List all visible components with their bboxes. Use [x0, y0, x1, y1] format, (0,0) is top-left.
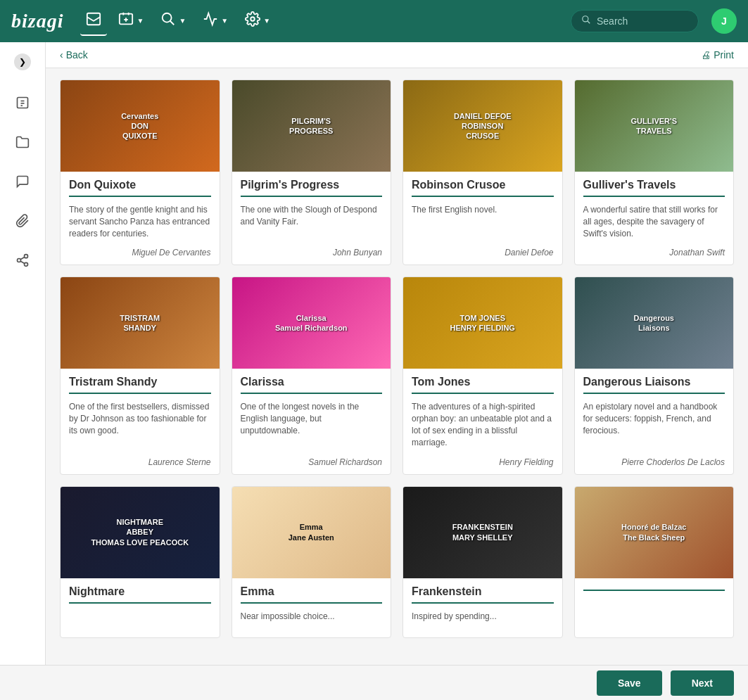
search-box[interactable] [571, 10, 699, 32]
book-description: Near impossible choice... [241, 611, 383, 623]
cover-text: GULLIVER'S TRAVELS [625, 110, 683, 142]
svg-point-8 [251, 17, 255, 21]
cover-text: NIGHTMARE ABBEY THOMAS LOVE PEACOCK [85, 511, 194, 553]
book-description: The adventures of a high-spirited orphan… [412, 401, 554, 448]
chart-icon [203, 11, 218, 30]
book-title: Emma [241, 585, 383, 604]
chevron-right-icon: ❯ [19, 57, 26, 67]
reports-chevron-icon: ▼ [221, 17, 228, 25]
book-card[interactable]: FRANKENSTEIN MARY SHELLEYFrankensteinIns… [402, 486, 563, 639]
book-description [69, 611, 211, 623]
reports-button[interactable]: ▼ [197, 7, 234, 36]
save-button[interactable]: Save [597, 670, 662, 696]
inbox-button[interactable] [80, 7, 107, 36]
book-title: Dangerous Liaisons [583, 376, 725, 394]
gear-icon [245, 11, 260, 30]
cover-text: TRISTRAM SHANDY [114, 307, 165, 339]
search-nav-icon [160, 11, 176, 30]
bottom-bar: Save Next [0, 665, 748, 700]
inbox-icon [86, 11, 101, 30]
book-card[interactable]: GULLIVER'S TRAVELSGulliver's TravelsA wo… [574, 79, 735, 265]
book-author: John Bunyan [241, 248, 383, 257]
book-title: Nightmare [69, 585, 211, 604]
settings-chevron-icon: ▼ [263, 17, 270, 25]
print-link[interactable]: 🖨 Print [701, 49, 734, 61]
print-label: Print [714, 49, 734, 61]
printer-icon: 🖨 [701, 49, 711, 61]
search-icon [581, 15, 591, 27]
search-input[interactable] [597, 15, 688, 27]
book-cover: TOM JONES HENRY FIELDING [403, 277, 562, 369]
book-title: Robinson Crusoe [412, 179, 554, 197]
book-author: Pierre Choderlos De Laclos [583, 457, 725, 467]
book-description: One of the first bestsellers, dismissed … [69, 401, 211, 448]
book-card[interactable]: Clarissa Samuel RichardsonClarissaOne of… [232, 276, 392, 474]
sidebar-item-chat[interactable] [10, 169, 35, 194]
search-nav-button[interactable]: ▼ [155, 7, 191, 36]
book-title: Frankenstein [412, 585, 554, 604]
book-cover: Honoré de Balzac The Black Sheep [575, 487, 734, 578]
search-chevron-icon: ▼ [179, 17, 186, 25]
cover-text: FRANKENSTEIN MARY SHELLEY [447, 516, 519, 548]
svg-line-18 [20, 261, 25, 263]
sidebar-expand-button[interactable]: ❯ [14, 53, 31, 70]
cover-text: Cervantes DON QUIXOTE [115, 106, 164, 147]
book-info: Gulliver's TravelsA wonderful satire tha… [575, 172, 734, 265]
new-chevron-icon: ▼ [137, 17, 144, 25]
book-info: Don QuixoteThe story of the gentle knigh… [61, 172, 220, 265]
book-title [583, 585, 725, 591]
book-card[interactable]: TOM JONES HENRY FIELDINGTom JonesThe adv… [402, 276, 563, 474]
cover-text: DANIEL DEFOE ROBINSON CRUSOE [448, 106, 517, 147]
book-description: An epistolary novel and a handbook for s… [583, 401, 725, 448]
book-cover: NIGHTMARE ABBEY THOMAS LOVE PEACOCK [61, 487, 220, 578]
book-card[interactable]: Cervantes DON QUIXOTEDon QuixoteThe stor… [60, 79, 220, 265]
next-button[interactable]: Next [671, 670, 734, 696]
book-author: Laurence Sterne [69, 457, 211, 467]
cover-text: Emma Jane Austen [283, 516, 340, 548]
book-card[interactable]: Emma Jane AustenEmmaNear impossible choi… [232, 486, 392, 639]
sidebar-item-document[interactable] [10, 90, 35, 115]
back-link[interactable]: ‹ Back [60, 49, 88, 61]
svg-point-6 [163, 13, 172, 22]
book-info: FrankensteinInspired by spending... [403, 578, 562, 638]
book-cover: DANIEL DEFOE ROBINSON CRUSOE [403, 80, 562, 172]
back-label: Back [66, 49, 88, 61]
book-card[interactable]: DANIEL DEFOE ROBINSON CRUSOERobinson Cru… [402, 79, 563, 265]
book-info [575, 578, 734, 638]
book-title: Pilgrim's Progress [241, 179, 383, 197]
avatar[interactable]: J [711, 8, 737, 34]
book-card[interactable]: Honoré de Balzac The Black Sheep [574, 486, 735, 639]
svg-line-10 [588, 21, 590, 24]
settings-button[interactable]: ▼ [239, 7, 276, 36]
book-cover: GULLIVER'S TRAVELS [575, 80, 734, 172]
sidebar-item-folder[interactable] [10, 129, 35, 155]
book-cover: PILGRIM'S PROGRESS [232, 80, 391, 172]
book-card[interactable]: TRISTRAM SHANDYTristram ShandyOne of the… [60, 276, 220, 474]
book-description: The first English novel. [412, 204, 554, 239]
book-card[interactable]: Dangerous LiaisonsDangerous LiaisonsAn e… [574, 276, 735, 474]
book-card[interactable]: NIGHTMARE ABBEY THOMAS LOVE PEACOCKNight… [60, 486, 220, 639]
book-author: Samuel Richardson [241, 457, 383, 467]
sidebar: ❯ [0, 42, 46, 665]
book-author: Miguel De Cervantes [69, 248, 211, 257]
sidebar-item-attachment[interactable] [10, 208, 35, 234]
cover-text: Dangerous Liaisons [628, 307, 680, 339]
book-grid: Cervantes DON QUIXOTEDon QuixoteThe stor… [46, 68, 748, 649]
book-card[interactable]: PILGRIM'S PROGRESSPilgrim's ProgressThe … [232, 79, 392, 265]
book-author: Daniel Defoe [412, 248, 554, 257]
main-content: ‹ Back 🖨 Print Cervantes DON QUIXOTEDon … [46, 42, 748, 665]
book-title: Gulliver's Travels [583, 179, 725, 197]
sidebar-item-workflow[interactable] [10, 248, 35, 273]
svg-line-7 [170, 20, 175, 25]
new-process-button[interactable]: ▼ [113, 7, 149, 36]
cover-text: PILGRIM'S PROGRESS [284, 110, 338, 142]
book-cover: Clarissa Samuel Richardson [232, 277, 391, 369]
book-cover: Dangerous Liaisons [575, 277, 734, 369]
subheader: ‹ Back 🖨 Print [46, 42, 748, 68]
book-cover: Emma Jane Austen [232, 487, 391, 578]
book-info: Dangerous LiaisonsAn epistolary novel an… [575, 369, 734, 473]
book-info: Nightmare [61, 578, 220, 638]
svg-point-15 [25, 255, 28, 258]
book-info: Tom JonesThe adventures of a high-spirit… [403, 369, 562, 473]
svg-point-17 [25, 262, 28, 266]
